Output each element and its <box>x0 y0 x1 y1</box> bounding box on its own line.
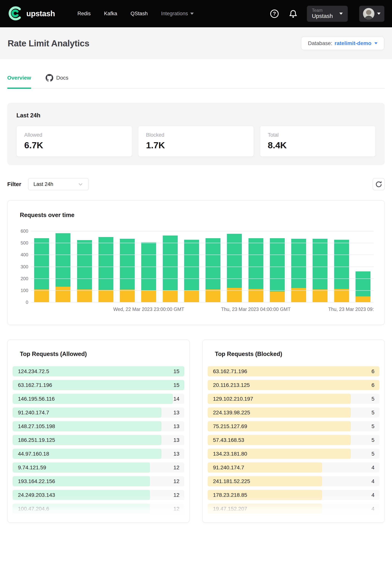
request-count: 5 <box>371 437 375 443</box>
request-row[interactable]: 134.23.181.805 <box>208 449 379 459</box>
stat-card-total: Total8.4K <box>260 126 376 157</box>
list-blocked-title: Top Requests (Blocked) <box>215 350 379 357</box>
request-row[interactable]: 57.43.168.535 <box>208 435 379 445</box>
request-row[interactable]: 63.162.71.19615 <box>13 380 184 390</box>
tab-docs-label: Docs <box>56 75 68 81</box>
stacked-bar[interactable] <box>356 271 370 302</box>
request-count: 5 <box>371 451 375 457</box>
request-row[interactable]: 124.234.72.515 <box>13 366 184 376</box>
top-nav: upstash RedisKafkaQStashIntegrations ? T… <box>0 0 392 27</box>
bar-segment-blocked <box>77 289 92 302</box>
y-axis-tick-label: 0 <box>26 300 28 305</box>
notifications-bell-button[interactable] <box>288 9 298 19</box>
request-row[interactable]: 224.139.98.2255 <box>208 408 379 418</box>
bar-segment-blocked <box>163 290 178 302</box>
request-row[interactable]: 19.47.152.2074 <box>208 504 379 514</box>
stacked-bar[interactable] <box>249 238 263 302</box>
list-blocked: Top Requests (Blocked) 63.162.71.196620.… <box>202 340 385 523</box>
stacked-bar[interactable] <box>205 238 220 302</box>
request-row[interactable]: 241.181.52.2254 <box>208 476 379 486</box>
request-row[interactable]: 20.116.213.1256 <box>208 380 379 390</box>
stacked-bar[interactable] <box>77 240 92 302</box>
request-row[interactable]: 91.240.174.713 <box>13 408 184 418</box>
stacked-bar[interactable] <box>270 238 285 302</box>
request-row[interactable]: 63.162.71.1966 <box>208 366 379 376</box>
stat-value: 1.7K <box>146 140 246 150</box>
bar-segment-allowed <box>98 237 113 290</box>
tab-bar: Overview Docs <box>7 74 385 89</box>
request-row[interactable]: 129.102.210.1975 <box>208 394 379 404</box>
request-ip: 178.23.218.85 <box>213 492 247 498</box>
bar-segment-allowed <box>34 238 49 289</box>
stacked-bar[interactable] <box>163 236 178 302</box>
stat-label: Blocked <box>146 132 246 138</box>
stacked-bar[interactable] <box>227 234 242 302</box>
y-axis-tick-label: 500 <box>21 240 28 246</box>
stacked-bar[interactable] <box>291 239 306 302</box>
bar-segment-allowed <box>334 240 349 289</box>
request-count: 6 <box>371 382 375 388</box>
filter-row: Filter Last 24h <box>7 178 385 190</box>
request-row[interactable]: 178.23.218.854 <box>208 490 379 500</box>
team-label: Team <box>312 8 333 13</box>
caret-down-icon <box>190 13 194 15</box>
stacked-bar[interactable] <box>34 238 49 302</box>
nav-item-kafka[interactable]: Kafka <box>104 11 117 16</box>
chart-title: Requests over time <box>20 212 374 219</box>
nav-item-label: Kafka <box>104 11 117 16</box>
request-ip: 75.215.127.69 <box>213 423 247 429</box>
nav-item-qstash[interactable]: QStash <box>130 11 148 16</box>
time-range-select[interactable]: Last 24h <box>28 178 89 190</box>
request-row[interactable]: 193.164.22.15612 <box>13 476 184 486</box>
list-allowed-rows: 124.234.72.51563.162.71.19615146.195.56.… <box>13 366 184 514</box>
request-row[interactable]: 9.74.121.5912 <box>13 462 184 473</box>
request-count: 13 <box>173 423 179 429</box>
bar-segment-allowed <box>356 271 370 296</box>
request-count: 4 <box>371 464 375 471</box>
team-name: Upstash <box>312 13 333 19</box>
bar-segment-allowed <box>249 238 263 289</box>
user-menu[interactable] <box>359 6 384 22</box>
request-row[interactable]: 148.27.105.19813 <box>13 421 184 431</box>
stat-card-allowed: Allowed6.7K <box>16 126 132 157</box>
request-count: 13 <box>173 451 179 457</box>
database-name: ratelimit-demo <box>335 40 371 46</box>
bar-segment-allowed <box>227 234 242 288</box>
time-range-value: Last 24h <box>33 181 53 187</box>
list-blocked-rows: 63.162.71.196620.116.213.1256129.102.210… <box>208 366 379 514</box>
stacked-bar[interactable] <box>141 242 156 302</box>
nav-item-label: Integrations <box>161 11 188 16</box>
request-row[interactable]: 24.249.203.14312 <box>13 490 184 500</box>
refresh-button[interactable] <box>373 178 385 190</box>
upstash-brand[interactable]: upstash <box>8 5 55 22</box>
user-avatar <box>363 8 375 19</box>
request-count: 5 <box>371 410 375 416</box>
team-selector[interactable]: Team Upstash <box>307 6 348 22</box>
request-row[interactable]: 91.240.174.74 <box>208 462 379 473</box>
stacked-bar[interactable] <box>184 240 199 302</box>
stacked-bar[interactable] <box>120 239 135 302</box>
database-selector[interactable]: Database: ratelimit-demo <box>301 36 384 50</box>
request-count: 6 <box>371 368 375 374</box>
bar-segment-blocked <box>334 289 349 302</box>
stacked-bar[interactable] <box>56 233 70 302</box>
request-count: 5 <box>371 423 375 429</box>
nav-item-integrations[interactable]: Integrations <box>161 11 194 16</box>
bar-segment-blocked <box>141 290 156 302</box>
request-ip: 19.47.152.207 <box>213 506 247 512</box>
help-button[interactable]: ? <box>269 9 279 19</box>
stacked-bar[interactable] <box>313 239 328 302</box>
request-row[interactable]: 186.251.19.12513 <box>13 435 184 445</box>
chevron-down-icon <box>78 181 83 187</box>
request-ip: 24.249.203.143 <box>18 492 55 498</box>
request-row[interactable]: 146.195.56.11614 <box>13 394 184 404</box>
request-row[interactable]: 100.47.204.612 <box>13 504 184 514</box>
request-row[interactable]: 44.97.160.1813 <box>13 449 184 459</box>
tab-docs[interactable]: Docs <box>46 74 68 88</box>
nav-item-redis[interactable]: Redis <box>78 11 91 16</box>
stacked-bar[interactable] <box>334 240 349 302</box>
tab-overview[interactable]: Overview <box>7 74 31 88</box>
request-row[interactable]: 75.215.127.695 <box>208 421 379 431</box>
chart-x-axis: Wed, 22 Mar 2023 23:00:00 GMTThu, 23 Mar… <box>31 305 374 315</box>
stacked-bar[interactable] <box>98 237 113 302</box>
